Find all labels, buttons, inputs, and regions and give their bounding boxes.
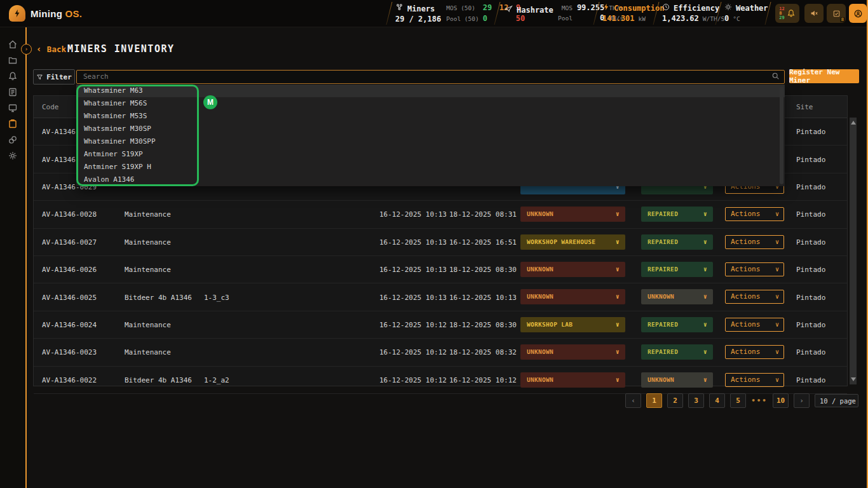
actions-dropdown[interactable]: Actions <box>725 235 784 249</box>
pagination-next-button[interactable]: › <box>794 393 810 408</box>
actions-dropdown[interactable]: Actions <box>725 207 784 221</box>
created-date-cell: 16-12-2025 10:13 <box>379 238 447 246</box>
table-row: AV-A1346-0023Maintenance16-12-2025 10:12… <box>34 339 847 366</box>
dropdown-item[interactable]: Whatsminer M30SPP <box>76 135 785 148</box>
sidebar-item-inventory[interactable] <box>8 119 18 129</box>
weather-value: 0 <box>724 14 729 23</box>
status1-dropdown[interactable]: WORKSHOP WAREHOUSE <box>520 234 625 250</box>
actions-label: Actions <box>731 292 760 301</box>
hashrate-pool-label: Pool <box>558 15 573 22</box>
status2-value: REPAIRED <box>648 348 678 355</box>
status1-dropdown[interactable]: UNKNOWN <box>520 372 625 388</box>
sidebar-item-settings[interactable] <box>8 151 18 161</box>
pagination-page-button[interactable]: 1 <box>646 393 662 408</box>
efficiency-unit: W/TH/S <box>703 15 724 22</box>
pagination-page-button[interactable]: 5 <box>730 393 746 408</box>
topbar: Mining OS. Miners 29 / 2,186 MOS (50) 29… <box>0 0 868 27</box>
actions-dropdown[interactable]: Actions <box>725 373 784 387</box>
actions-label: Actions <box>731 238 760 246</box>
actions-dropdown[interactable]: Actions <box>725 290 784 304</box>
miner-code-cell: AV-A1346-0023 <box>42 348 97 356</box>
brand-suffix: OS. <box>65 8 83 19</box>
status1-dropdown[interactable]: UNKNOWN <box>520 207 625 222</box>
back-button[interactable]: Back <box>36 44 66 54</box>
dropdown-item[interactable]: Whatsminer M30SP <box>76 123 785 135</box>
site-cell: Pintado <box>796 128 825 136</box>
page-size-select[interactable]: 10 / page <box>815 394 858 407</box>
consumption-icon <box>602 3 610 11</box>
table-row: AV-A1346-0028Maintenance16-12-2025 10:13… <box>34 201 847 228</box>
sidebar-expand-toggle[interactable]: › <box>21 44 32 55</box>
tasks-button[interactable]: 8 <box>827 4 846 23</box>
actions-label: Actions <box>731 210 760 218</box>
brand-text: Mining OS. <box>31 8 82 19</box>
miners-icon <box>395 3 403 11</box>
sidebar-item-home[interactable] <box>8 39 18 50</box>
miners-pool-err: 50 <box>516 14 527 23</box>
sidebar-item-finance[interactable] <box>8 135 18 145</box>
miner-code-cell: AV-A1346-0022 <box>42 376 97 384</box>
actions-dropdown[interactable]: Actions <box>725 345 784 359</box>
site-cell: Pintado <box>796 376 825 384</box>
speaker-icon <box>810 9 818 18</box>
actions-label: Actions <box>731 265 760 273</box>
sound-button[interactable] <box>804 4 824 23</box>
miner-model-cell: Maintenance <box>125 320 171 329</box>
column-header-code: Code <box>42 103 59 111</box>
status2-dropdown[interactable]: REPAIRED <box>641 317 713 332</box>
search-input[interactable] <box>76 70 785 84</box>
status2-dropdown[interactable]: REPAIRED <box>641 262 713 277</box>
status2-dropdown[interactable]: UNKNOWN <box>641 372 713 388</box>
headset-person-icon <box>853 9 863 18</box>
status2-dropdown[interactable]: REPAIRED <box>641 207 713 222</box>
updated-date-cell: 16-12-2025 10:12 <box>449 376 517 384</box>
status1-dropdown[interactable]: WORKSHOP LAB <box>520 317 625 332</box>
actions-dropdown[interactable]: Actions <box>725 262 784 276</box>
status1-dropdown[interactable]: UNKNOWN <box>520 344 625 360</box>
status1-dropdown[interactable]: UNKNOWN <box>520 262 625 277</box>
created-date-cell: 16-12-2025 10:12 <box>379 376 447 384</box>
miners-mos-ok: 29 <box>483 3 496 12</box>
dropdown-item[interactable]: Whatsminer M56S <box>76 97 785 110</box>
clipboard-icon <box>8 119 18 129</box>
dropdown-item[interactable]: Whatsminer M53S <box>76 110 785 123</box>
status2-dropdown[interactable]: UNKNOWN <box>641 289 713 304</box>
table-row: AV-A1346-0022Bitdeer 4b A13461-2_a216-12… <box>34 367 847 394</box>
status2-dropdown[interactable]: REPAIRED <box>641 344 713 360</box>
sidebar-item-sites[interactable] <box>8 55 18 65</box>
stat-weather: Weather 0 °C <box>724 3 768 23</box>
table-scrollbar[interactable] <box>850 118 857 384</box>
dropdown-item[interactable]: Whatsminer M63 <box>76 85 785 97</box>
sidebar-item-monitoring[interactable] <box>8 103 18 113</box>
miner-model-cell: Maintenance <box>125 348 171 356</box>
actions-dropdown[interactable]: Actions <box>725 318 784 332</box>
sidebar-item-alerts[interactable] <box>8 71 18 81</box>
miner-model-cell: Bitdeer 4b A1346 <box>125 376 192 384</box>
dropdown-item[interactable]: Avalon A1346 <box>76 173 785 186</box>
filter-button[interactable]: Filter <box>33 69 75 85</box>
pagination-page-button[interactable]: 4 <box>709 393 725 408</box>
dropdown-item[interactable]: Antminer S19XP H <box>76 161 785 173</box>
status2-dropdown[interactable]: REPAIRED <box>641 234 713 250</box>
scroll-down-arrow-icon[interactable] <box>851 377 856 381</box>
site-cell: Pintado <box>796 182 825 191</box>
pagination-prev-button[interactable]: ‹ <box>625 393 641 408</box>
miners-label: Miners <box>407 4 435 13</box>
document-icon <box>8 87 18 97</box>
pagination-last-page-button[interactable]: 10 <box>773 393 789 408</box>
updated-date-cell: 18-12-2025 08:31 <box>449 210 517 219</box>
account-button[interactable] <box>849 4 867 23</box>
pagination-page-button[interactable]: 3 <box>688 393 704 408</box>
status1-dropdown[interactable]: UNKNOWN <box>520 289 625 304</box>
pagination-page-button[interactable]: 2 <box>667 393 683 408</box>
sidebar-item-reports[interactable] <box>8 87 18 97</box>
scroll-up-arrow-icon[interactable] <box>851 121 856 125</box>
dropdown-item[interactable]: Antminer S19XP <box>76 148 785 161</box>
app-logo[interactable]: Mining OS. <box>9 5 82 22</box>
notifications-button[interactable]: 12 8 29 <box>775 4 799 23</box>
status2-value: UNKNOWN <box>648 293 674 300</box>
register-new-miner-button[interactable]: Register New Miner <box>789 69 859 83</box>
created-date-cell: 16-12-2025 10:12 <box>379 320 447 329</box>
site-cell: Pintado <box>796 238 825 246</box>
sidebar <box>0 27 25 488</box>
